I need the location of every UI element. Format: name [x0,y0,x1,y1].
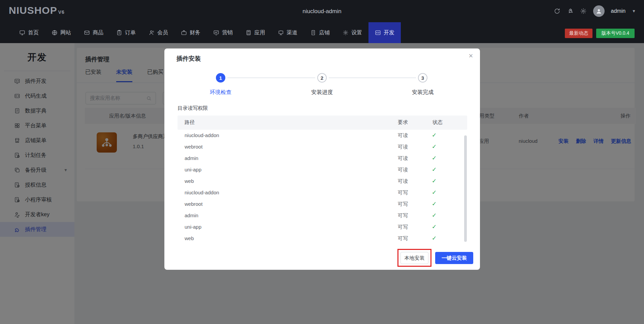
nav-item[interactable]: 商品 [77,22,110,43]
channel-icon [278,30,284,36]
step-label: 安装完成 [412,89,433,96]
app-icon [246,30,252,36]
nav-item[interactable]: 订单 [110,22,142,43]
settings-icon [343,30,349,36]
user-avatar[interactable] [593,5,605,17]
check-icon: ✓ [432,223,437,230]
username[interactable]: admin [611,8,626,14]
home-icon [19,30,25,36]
check-icon: ✓ [432,155,437,162]
perm-row: uni-app 可读 ✓ [178,164,467,175]
close-icon[interactable]: × [466,51,476,61]
step-number: 3 [418,73,427,83]
perm-row: web 可写 ✓ [178,233,467,244]
perm-row: webroot 可写 ✓ [178,198,467,210]
rocket-icon[interactable] [567,8,574,14]
app-window: NIUSHOPV6 niucloud-admin admin ▼ 首页 网站 商… [0,0,644,324]
marketing-icon [213,30,219,36]
nav-item[interactable]: 网站 [45,22,77,43]
install-steps: 1 环境检查 2 安装进度 3 安装完成 [164,69,480,99]
nav-item[interactable]: 开发 [368,22,401,43]
nav-item[interactable]: 财务 [174,22,207,43]
step-number: 1 [216,73,225,83]
main-nav: 首页 网站 商品 订单 会员 财务 营销 [0,22,401,43]
version-button[interactable]: 版本号V0.0.4 [596,29,635,38]
section-title: 目录读写权限 [178,105,208,111]
goods-icon [84,30,90,36]
perm-row: admin 可写 ✓ [178,210,467,221]
perm-row: admin 可读 ✓ [178,153,467,164]
step-connector [227,77,315,78]
order-icon [116,30,122,36]
nav-item[interactable]: 应用 [239,22,271,43]
step-number: 2 [317,73,327,83]
perm-row: uni-app 可写 ✓ [178,221,467,233]
check-icon: ✓ [432,166,437,173]
refresh-icon[interactable] [554,8,560,14]
nav-item[interactable]: 会员 [142,22,174,43]
nav-item[interactable]: 营销 [207,22,239,43]
check-icon: ✓ [432,212,437,219]
perm-table-header: 路径 要求 状态 [178,116,467,130]
nav-item[interactable]: 首页 [13,22,45,43]
check-icon: ✓ [432,143,437,150]
perm-row: niucloud-addon 可写 ✓ [178,187,467,198]
modal-title: 插件安装 [176,55,201,63]
check-icon: ✓ [432,189,437,196]
step-connector [329,77,416,78]
perm-row: web 可读 ✓ [178,175,467,187]
check-icon: ✓ [432,200,437,207]
nav-item[interactable]: 店铺 [304,22,336,43]
nav-item[interactable]: 渠道 [271,22,304,43]
check-icon: ✓ [432,177,437,185]
chevron-down-icon[interactable]: ▼ [632,9,636,13]
step-label: 安装进度 [311,89,333,96]
top-header: NIUSHOPV6 niucloud-admin admin ▼ 首页 网站 商… [0,0,644,43]
member-icon [149,30,155,36]
website-icon [52,30,58,36]
dev-icon [375,30,381,36]
perm-row: niucloud-addon 可读 ✓ [178,130,467,141]
window-title: niucloud-admin [0,8,644,15]
gear-icon[interactable] [580,8,587,14]
local-install-button[interactable]: 本地安装 [400,252,428,264]
nav-item[interactable]: 设置 [336,22,368,43]
latest-news-button[interactable]: 最新动态 [565,29,592,38]
check-icon: ✓ [432,235,437,242]
perm-table-body: niucloud-addon 可读 ✓ webroot 可读 ✓ admin 可… [178,130,467,244]
perm-row: webroot 可读 ✓ [178,141,467,153]
plugin-install-modal: 插件安装 × 1 环境检查 2 安装进度 3 安装完成 目录读写权限 路径 要求… [164,48,480,270]
cloud-install-button[interactable]: 一键云安装 [435,252,473,264]
step-label: 环境检查 [210,89,231,96]
scrollbar-thumb[interactable] [464,135,467,242]
finance-icon [181,30,187,36]
shop-icon [310,30,316,36]
check-icon: ✓ [432,132,437,139]
